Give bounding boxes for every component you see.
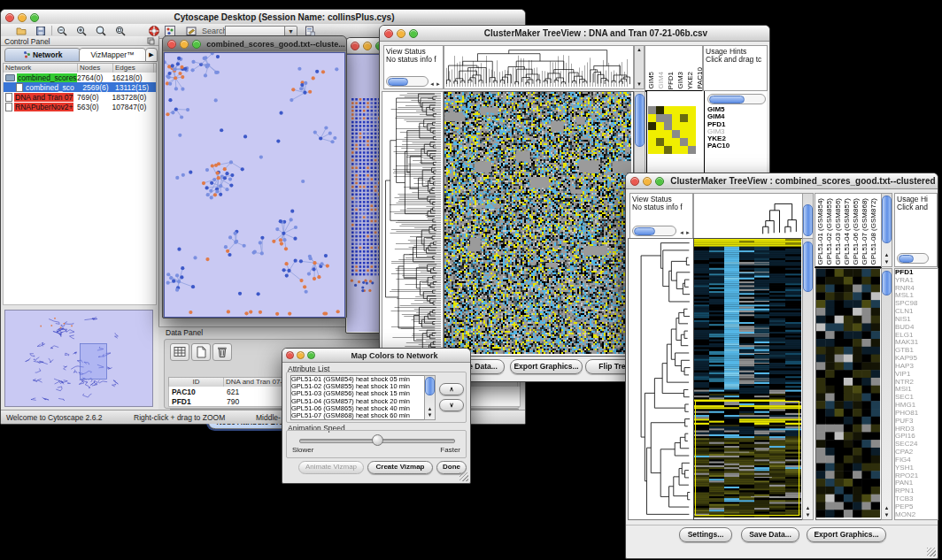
tv1-zoom-cell[interactable] [648, 122, 656, 130]
tv1-zoom-cell[interactable] [664, 138, 672, 146]
zoom-button[interactable] [307, 351, 315, 359]
zoom-in-icon[interactable] [75, 25, 88, 37]
close-button[interactable] [351, 42, 359, 50]
tv2-hints-scrollbar[interactable] [897, 253, 929, 264]
tv2-global-heatmap-canvas[interactable] [694, 239, 801, 518]
tv1-zoom-cell[interactable] [656, 114, 664, 122]
minimize-button[interactable] [180, 40, 189, 49]
tv1-zoom-cell[interactable] [672, 106, 680, 114]
tv1-zoom-cell[interactable] [688, 138, 696, 146]
zoom-selected-icon[interactable] [114, 25, 127, 37]
network-table-row[interactable]: combined_sco2569(6)13112(15) [4, 82, 156, 92]
tv1-row-dendrogram-canvas[interactable] [382, 92, 441, 354]
export-graphics-button[interactable]: Export Graphics... [807, 527, 886, 542]
tv1-zoom-heatmap[interactable] [648, 106, 696, 154]
tv1-zoom-cell[interactable] [656, 122, 664, 130]
tv1-zoom-cell[interactable] [672, 146, 680, 154]
tv2-heatmap-vscrollbar[interactable]: ▲▼ [802, 238, 814, 520]
tv2-zoom-heatmap-canvas[interactable] [816, 269, 880, 518]
tv1-zoom-cell[interactable] [680, 146, 688, 154]
tv1-zoom-cell[interactable] [664, 130, 672, 138]
attribute-table-icon[interactable] [170, 343, 189, 361]
tv1-zoom-cell[interactable] [672, 130, 680, 138]
tv2-labels-vscrollbar[interactable]: ▲▼ [881, 193, 892, 267]
tv1-dendro-scroll-strip[interactable]: ▲▼ [634, 45, 645, 89]
tab-network[interactable]: Network [4, 48, 81, 62]
attribute-list-item[interactable]: GPL51-04 (GSM857) heat shock 20 min [291, 398, 435, 405]
tv1-zoom-cell[interactable] [672, 114, 680, 122]
save-data-button[interactable]: Save Data... [741, 527, 799, 542]
tv1-zoom-cell[interactable] [648, 114, 656, 122]
tv1-column-dendrogram-canvas[interactable] [444, 46, 631, 87]
help-lifebuoy-icon[interactable] [148, 25, 160, 37]
zoom-out-icon[interactable] [56, 25, 68, 37]
tv1-zoom-cell[interactable] [672, 138, 680, 146]
tab-vizmapper[interactable]: VizMapper™ [79, 48, 146, 62]
delete-attribute-icon[interactable] [212, 343, 232, 361]
tv1-zoom-cell[interactable] [664, 146, 672, 154]
network-table-row[interactable]: RNAPuberNov2+563(0)107847(0) [4, 102, 156, 111]
zoom-button[interactable] [655, 177, 664, 186]
tv1-zoom-cell[interactable] [664, 114, 672, 122]
tv2-zoom-vscrollbar[interactable]: ▲▼ [881, 268, 892, 520]
zoom-button[interactable] [30, 13, 39, 22]
open-file-icon[interactable] [15, 25, 27, 37]
minimize-button[interactable] [18, 13, 27, 22]
close-button[interactable] [167, 40, 176, 49]
close-button[interactable] [630, 177, 639, 186]
tv1-zoom-cell[interactable] [688, 122, 696, 130]
scroll-right-arrow[interactable]: ► [685, 230, 691, 235]
attribute-list-item[interactable]: GPL51-07 (GSM868) heat shock 60 min [291, 412, 435, 419]
tv1-zoom-cell[interactable] [648, 138, 656, 146]
tv1-global-heatmap-canvas[interactable] [444, 92, 631, 354]
tv1-zoom-cell[interactable] [656, 130, 664, 138]
minimize-button[interactable] [643, 177, 652, 186]
tv1-zoom-hscrollbar[interactable] [707, 94, 766, 104]
close-button[interactable] [5, 13, 14, 22]
minimize-button[interactable] [297, 351, 305, 359]
tv1-zoom-cell[interactable] [680, 130, 688, 138]
attribute-list-item[interactable]: GPL51-01 (GSM854) heat shock 05 min [291, 376, 435, 383]
tv2-column-dendrogram-canvas[interactable] [694, 194, 801, 236]
col-nodes[interactable]: Nodes [78, 64, 113, 73]
tv1-zoom-cell[interactable] [656, 106, 664, 114]
zoom-button[interactable] [192, 40, 201, 49]
tv1-zoom-cell[interactable] [680, 106, 688, 114]
zoom-fit-icon[interactable] [95, 25, 107, 37]
settings-button[interactable]: Settings... [679, 527, 732, 542]
tv1-zoom-cell[interactable] [664, 122, 672, 130]
col-id[interactable]: ID [169, 378, 224, 387]
move-down-button[interactable]: ∨ [439, 399, 464, 411]
tv1-zoom-cell[interactable] [680, 138, 688, 146]
tv1-zoom-cell[interactable] [656, 146, 664, 154]
resize-grip[interactable] [927, 548, 936, 556]
tv1-status-scrollbar[interactable] [386, 76, 429, 87]
close-button[interactable] [286, 351, 294, 359]
attribute-list-item[interactable]: GPL51-03 (GSM856) heat shock 15 min [291, 390, 435, 397]
network-table-row[interactable]: DNA and Tran 07769(0)183728(0) [4, 92, 156, 102]
create-vizmap-button[interactable]: Create Vizmap [367, 461, 433, 474]
network-table-row[interactable]: combined_scores2764(0)16218(0) [4, 73, 156, 82]
save-icon[interactable] [35, 25, 47, 37]
tv2-row-dendrogram-canvas[interactable] [629, 239, 692, 518]
col-network[interactable]: Network [4, 64, 78, 73]
network-window-titlebar[interactable]: combined_scores_good.txt--cluste... [163, 36, 346, 52]
scroll-left-arrow[interactable]: ◄ [679, 230, 684, 235]
tv1-zoom-cell[interactable] [648, 130, 656, 138]
new-attribute-icon[interactable] [191, 343, 211, 361]
network-canvas[interactable] [164, 52, 345, 318]
treeview2-titlebar[interactable]: ClusterMaker TreeView : combined_scores_… [626, 173, 938, 189]
move-up-button[interactable]: ∧ [439, 383, 464, 395]
tv1-zoom-cell[interactable] [688, 146, 696, 154]
attribute-list-item[interactable]: GPL51-06 (GSM865) heat shock 40 min [291, 405, 435, 412]
tv1-zoom-cell[interactable] [672, 122, 680, 130]
tv1-zoom-cell[interactable] [688, 114, 696, 122]
tv1-zoom-cell[interactable] [656, 138, 664, 146]
tv1-zoom-cell[interactable] [680, 122, 688, 130]
export-graphics-button[interactable]: Export Graphics... [510, 359, 583, 374]
tv1-zoom-cell[interactable] [648, 106, 656, 114]
tv2-dendro-vscrollbar[interactable] [802, 193, 814, 239]
minimize-button[interactable] [397, 29, 405, 38]
attribute-list-item[interactable]: GPL51-02 (GSM855) heat shock 10 min [291, 383, 435, 390]
tab-overflow-button[interactable]: ▶ [145, 48, 158, 62]
